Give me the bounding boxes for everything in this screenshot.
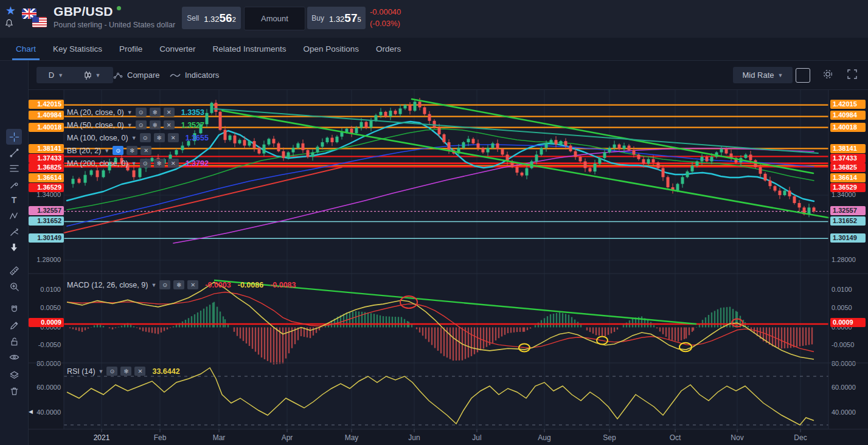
indicator-legend-4-value: 1.3792 bbox=[186, 159, 209, 168]
remove-icon[interactable]: ✕ bbox=[168, 133, 179, 142]
rsi-legend[interactable]: RSI (14)▼⊙✻✕33.6442 bbox=[67, 367, 180, 376]
remove-icon[interactable]: ✕ bbox=[164, 120, 175, 129]
indicator-legend-4[interactable]: MA (200, close, 0)▼⊙✻✕1.3792 bbox=[67, 159, 209, 168]
interval-dropdown[interactable]: D▼ bbox=[36, 67, 75, 83]
lock-open-icon[interactable] bbox=[6, 333, 22, 349]
macd-legend-value: -0.0086 bbox=[238, 281, 263, 289]
tab-converter[interactable]: Converter bbox=[151, 38, 204, 60]
price-axis-label: 1.37433 bbox=[29, 154, 64, 163]
macd-axis-label: 0.0009 bbox=[830, 318, 866, 327]
eye-icon[interactable] bbox=[6, 349, 22, 365]
price-axis-label: 1.36529 bbox=[29, 183, 64, 192]
indicators-button[interactable]: Indicators bbox=[170, 67, 219, 83]
settings-icon[interactable]: ✻ bbox=[154, 133, 165, 142]
change-percent: (-0.03%) bbox=[370, 18, 401, 29]
indicator-legend-1[interactable]: MA (50, close, 0)▼⊙✻✕1.3527 bbox=[67, 120, 204, 129]
tab-related-instruments[interactable]: Related Instruments bbox=[204, 38, 295, 60]
ruler-icon[interactable] bbox=[6, 263, 22, 278]
forecast-icon[interactable] bbox=[6, 224, 22, 240]
drawing-tools-rail: T bbox=[0, 61, 29, 445]
price-axis-label: 1.40984 bbox=[29, 111, 64, 120]
tab-profile[interactable]: Profile bbox=[111, 38, 151, 60]
eye-icon[interactable]: ⊙ bbox=[136, 108, 147, 117]
eye-icon[interactable]: ⊙ bbox=[159, 280, 170, 289]
indicators-label: Indicators bbox=[185, 71, 219, 80]
price-axis-label: 1.42015 bbox=[29, 100, 64, 109]
settings-icon[interactable]: ✻ bbox=[150, 120, 161, 129]
indicator-legend-2-value: 1.3655 bbox=[186, 134, 209, 142]
indicator-legend-2[interactable]: MA (100, close, 0)▼⊙✻✕1.3655 bbox=[67, 133, 209, 142]
compare-label: Compare bbox=[127, 71, 159, 80]
price-axis-label: 1.40018 bbox=[830, 123, 866, 132]
chart-style-dropdown[interactable]: ▼ bbox=[71, 67, 113, 83]
remove-icon[interactable]: ✕ bbox=[187, 280, 198, 289]
trash-icon[interactable] bbox=[6, 383, 22, 399]
macd-legend-value: -0.0083 bbox=[270, 281, 296, 289]
brush-icon[interactable] bbox=[6, 176, 22, 192]
buy-button[interactable]: Buy 1.32575 bbox=[307, 7, 366, 29]
indicator-legend-2-label: MA (100, close, 0) bbox=[67, 134, 128, 142]
snapshot-icon[interactable] bbox=[796, 68, 810, 83]
tab-chart[interactable]: Chart bbox=[7, 38, 44, 60]
sell-button[interactable]: Sell 1.32562 bbox=[182, 7, 241, 29]
chart-toolbar: D▼ ▼ Compare Indicators Mid Rate▼ bbox=[28, 61, 868, 90]
favorite-star-icon[interactable]: ★ bbox=[5, 4, 16, 18]
change-absolute: -0.00040 bbox=[370, 6, 401, 18]
indicators-icon bbox=[170, 72, 181, 78]
remove-icon[interactable]: ✕ bbox=[134, 367, 145, 376]
price-axis-label: 1.31652 bbox=[29, 216, 64, 226]
settings-icon[interactable]: ✻ bbox=[154, 159, 165, 168]
gear-icon[interactable] bbox=[822, 68, 834, 83]
price-axis-label: 1.40984 bbox=[830, 111, 866, 120]
buy-price: 1.32575 bbox=[329, 12, 361, 25]
compare-icon bbox=[113, 71, 123, 80]
compare-button[interactable]: Compare bbox=[113, 67, 159, 83]
macd-legend[interactable]: MACD (12, 26, close, 9)▼⊙✻✕-0.0003-0.008… bbox=[67, 280, 296, 289]
settings-icon[interactable]: ✻ bbox=[120, 367, 131, 376]
text-icon[interactable]: T bbox=[6, 192, 22, 208]
zoom-in-icon[interactable] bbox=[6, 278, 22, 294]
eye-icon[interactable]: ⊙ bbox=[140, 159, 151, 168]
settings-icon[interactable]: ✻ bbox=[127, 146, 137, 155]
eye-icon[interactable]: ⊙ bbox=[113, 146, 123, 155]
settings-icon[interactable]: ✻ bbox=[150, 108, 161, 117]
xabcd-pattern-icon[interactable] bbox=[6, 208, 22, 224]
indicator-legend-0[interactable]: MA (20, close, 0)▼⊙✻✕1.3353 bbox=[67, 108, 204, 117]
fib-lines-icon[interactable] bbox=[6, 160, 22, 176]
price-axis-label: 1.32557 bbox=[830, 206, 866, 215]
tab-bar: Chart Key Statistics Profile Converter R… bbox=[0, 38, 868, 61]
interval-value: D bbox=[49, 71, 54, 80]
tab-orders[interactable]: Orders bbox=[367, 38, 409, 60]
eye-icon[interactable]: ⊙ bbox=[136, 120, 147, 129]
tab-open-positions[interactable]: Open Positions bbox=[294, 38, 367, 60]
trend-line-icon[interactable] bbox=[6, 145, 22, 160]
price-axis-label: 1.36825 bbox=[29, 163, 64, 172]
mid-rate-dropdown[interactable]: Mid Rate▼ bbox=[733, 67, 793, 83]
settings-icon[interactable]: ✻ bbox=[173, 280, 184, 289]
remove-icon[interactable]: ✕ bbox=[141, 146, 151, 155]
fullscreen-icon[interactable] bbox=[846, 68, 858, 83]
price-axis-label: 1.31652 bbox=[830, 216, 866, 226]
indicator-legend-1-label: MA (50, close, 0) bbox=[67, 121, 124, 129]
price-axis-label: 1.32557 bbox=[29, 206, 64, 215]
magnet-icon[interactable] bbox=[6, 302, 22, 317]
remove-icon[interactable]: ✕ bbox=[168, 159, 179, 168]
eye-icon[interactable]: ⊙ bbox=[106, 367, 117, 376]
indicator-legend-3[interactable]: BB (20, 2)▼⊙✻✕ bbox=[67, 146, 151, 155]
crosshair-icon[interactable] bbox=[6, 129, 22, 145]
price-axis-label: 1.36614 bbox=[29, 173, 64, 182]
price-axis-label: 1.38141 bbox=[29, 144, 64, 153]
arrow-down-icon[interactable] bbox=[6, 240, 22, 255]
pencil-edit-icon[interactable] bbox=[6, 317, 22, 333]
remove-icon[interactable]: ✕ bbox=[164, 108, 175, 117]
price-axis-label: 1.36614 bbox=[830, 173, 866, 182]
amount-field[interactable]: Amount bbox=[244, 7, 305, 30]
eye-icon[interactable]: ⊙ bbox=[140, 133, 151, 142]
candlestick-icon bbox=[83, 71, 92, 80]
indicator-legend-3-label: BB (20, 2) bbox=[67, 147, 101, 155]
indicator-legend-0-value: 1.3353 bbox=[181, 108, 204, 117]
alert-bell-icon[interactable] bbox=[4, 18, 14, 30]
tab-key-statistics[interactable]: Key Statistics bbox=[44, 38, 111, 60]
layers-icon[interactable] bbox=[6, 367, 22, 383]
amount-label: Amount bbox=[261, 14, 288, 23]
